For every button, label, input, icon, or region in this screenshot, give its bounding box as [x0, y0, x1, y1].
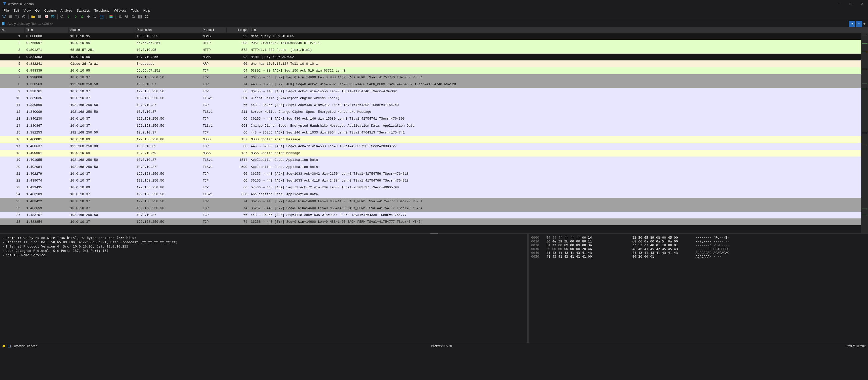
menu-telephony[interactable]: Telephony	[92, 8, 111, 13]
minimize-button[interactable]: ─	[833, 0, 845, 8]
packet-row[interactable]: 15 1.382253192.168.250.5010.0.10.37TCP66…	[0, 129, 868, 136]
col-info[interactable]: Info	[249, 27, 868, 33]
capture-options-icon[interactable]	[21, 14, 26, 19]
tree-node[interactable]: ▸NetBIOS Name Service	[3, 253, 525, 257]
menu-analyze[interactable]: Analyze	[58, 8, 74, 13]
packet-row[interactable]: 11 1.339569192.168.250.5010.0.10.37TCP66…	[0, 102, 868, 108]
packet-row[interactable]: 20 1.402084192.168.250.5010.0.10.37TLSv1…	[0, 164, 868, 170]
svg-rect-15	[145, 15, 146, 17]
zoom-reset-icon[interactable]: 1	[131, 14, 136, 19]
start-capture-icon[interactable]	[2, 14, 7, 19]
packet-row[interactable]: 8 1.338563192.168.250.5010.0.10.37TCP744…	[0, 81, 868, 88]
packet-row[interactable]: 9 1.33876110.0.10.37192.168.250.50TCP663…	[0, 88, 868, 95]
packet-row[interactable]: 28 1.48385410.0.10.37192.168.250.50TCP74…	[0, 218, 868, 225]
packet-row[interactable]: 1 0.00000010.0.10.9510.0.10.255NBNS92Nam…	[0, 33, 868, 40]
go-forward-icon[interactable]	[73, 14, 78, 19]
hex-line[interactable]: 005041 43 41 43 41 41 41 0000 20 00 01AC…	[531, 255, 865, 258]
packet-row[interactable]: 2 0.76509710.0.10.9565.55.57.251HTTP203P…	[0, 40, 868, 46]
svg-rect-3	[39, 15, 40, 16]
open-file-icon[interactable]	[31, 14, 36, 19]
hex-line[interactable]: 003000 00 00 00 00 00 20 4648 46 41 45 4…	[531, 247, 865, 251]
hex-line[interactable]: 001000 4e 39 3b 00 00 80 11d8 06 0a 00 0…	[531, 240, 865, 243]
packet-row[interactable]: 14 1.34086710.0.10.37192.168.250.50TLSv1…	[0, 122, 868, 129]
expert-info-icon[interactable]	[3, 345, 5, 347]
menu-edit[interactable]: Edit	[11, 8, 21, 13]
packet-row[interactable]: 7 1.33800810.0.10.37192.168.250.50TCP743…	[0, 74, 868, 81]
hex-line[interactable]: 0000ff ff ff ff ff ff 00 1422 50 65 89 0…	[531, 235, 865, 240]
menu-statistics[interactable]: Statistics	[74, 8, 92, 13]
col-length[interactable]: Length	[226, 27, 249, 33]
reload-file-icon[interactable]	[50, 14, 55, 19]
packet-row[interactable]: 10 1.33903610.0.10.37192.168.250.50TLSv1…	[0, 95, 868, 102]
go-last-icon[interactable]	[93, 14, 98, 19]
packet-row[interactable]: 5 0.832241Cisco_2d:fa:a1BroadcastARP60Wh…	[0, 60, 868, 67]
go-first-icon[interactable]	[86, 14, 91, 19]
packet-row[interactable]: 26 1.48365910.0.10.37192.168.250.50TCP74…	[0, 205, 868, 212]
auto-scroll-icon[interactable]	[99, 14, 104, 19]
tree-node[interactable]: ▸Internet Protocol Version 4, Src: 10.0.…	[3, 244, 525, 249]
packet-row[interactable]: 17 1.400637192.168.250.8010.0.10.69TCP66…	[0, 143, 868, 150]
go-to-packet-icon[interactable]	[80, 14, 85, 19]
hex-line[interactable]: 00200a ff 00 89 00 89 00 3acc 53 c7 48 0…	[531, 243, 865, 247]
col-protocol[interactable]: Protocol	[201, 27, 226, 33]
packet-details-tree[interactable]: ▸Frame 1: 92 bytes on wire (736 bits), 9…	[0, 234, 527, 343]
packet-row[interactable]: 21 1.40227910.0.10.37192.168.250.50TCP66…	[0, 170, 868, 177]
bookmark-icon[interactable]	[1, 22, 6, 26]
zoom-out-icon[interactable]	[124, 14, 129, 19]
colorize-icon[interactable]	[108, 14, 114, 19]
packet-minimap[interactable]	[861, 33, 868, 232]
packet-row[interactable]: 27 1.483707192.168.250.5010.0.10.37TCP66…	[0, 212, 868, 218]
tree-node[interactable]: ▸Frame 1: 92 bytes on wire (736 bits), 9…	[3, 235, 525, 240]
status-profile[interactable]: Profile: Default	[845, 344, 865, 348]
packet-row[interactable]: 25 1.48342210.0.10.37192.168.250.50TCP74…	[0, 198, 868, 205]
filter-apply-button[interactable]	[849, 21, 855, 27]
packet-row[interactable]: 13 1.34023010.0.10.37192.168.250.50TCP66…	[0, 115, 868, 122]
tree-node[interactable]: ▸Ethernet II, Src: Dell_50:65:89 (00:14:…	[3, 240, 525, 244]
packet-row[interactable]: 3 0.80127165.55.57.25110.0.10.95HTTP572H…	[0, 46, 868, 53]
packet-row[interactable]: 12 1.340009192.168.250.5010.0.10.37TLSv1…	[0, 108, 868, 115]
save-file-icon[interactable]	[37, 14, 42, 19]
packet-bytes-hex[interactable]: 0000ff ff ff ff ff ff 00 1422 50 65 89 0…	[529, 234, 868, 343]
resize-columns-icon[interactable]	[137, 14, 143, 19]
menu-tools[interactable]: Tools	[129, 8, 141, 13]
col-no[interactable]: No.	[0, 27, 25, 33]
packet-row[interactable]: 19 1.401955192.168.250.5010.0.10.37TLSv1…	[0, 157, 868, 163]
find-packet-icon[interactable]	[60, 14, 65, 19]
menu-help[interactable]: Help	[141, 8, 152, 13]
col-source[interactable]: Source	[69, 27, 135, 33]
packet-list-header: No. Time Source Destination Protocol Len…	[0, 27, 868, 33]
window-title: wrccdc2012.pcap	[8, 2, 34, 6]
packet-row[interactable]: 18 1.40066110.0.10.6910.0.10.69NBSS137NB…	[0, 150, 868, 157]
restart-capture-icon[interactable]	[15, 14, 20, 19]
svg-text:1: 1	[132, 15, 133, 17]
zoom-in-icon[interactable]	[118, 14, 123, 19]
svg-rect-9	[110, 17, 113, 18]
packet-row[interactable]: 23 1.43943510.0.10.69192.168.250.80TCP66…	[0, 184, 868, 191]
filter-dropdown-button[interactable]	[856, 21, 862, 27]
menu-file[interactable]: File	[2, 8, 11, 13]
tree-node[interactable]: ▸User Datagram Protocol, Src Port: 137, …	[3, 249, 525, 253]
menu-capture[interactable]: Capture	[42, 8, 58, 13]
layout-icon[interactable]	[144, 14, 149, 19]
svg-point-5	[61, 15, 63, 18]
close-file-icon[interactable]	[44, 14, 49, 19]
maximize-button[interactable]: ▢	[845, 0, 856, 8]
packet-row[interactable]: 22 1.43907410.0.10.37192.168.250.50TCP66…	[0, 177, 868, 184]
menu-go[interactable]: Go	[33, 8, 41, 13]
col-time[interactable]: Time	[25, 27, 69, 33]
go-back-icon[interactable]	[66, 14, 71, 19]
add-filter-button[interactable]: +	[862, 22, 867, 26]
menu-view[interactable]: View	[22, 8, 33, 13]
close-button[interactable]: ✕	[856, 0, 868, 8]
display-filter-input[interactable]	[7, 21, 848, 27]
packet-row[interactable]: 16 1.40008110.0.10.69192.168.250.80NBSS1…	[0, 136, 868, 143]
packet-row[interactable]: 24 1.48310910.0.10.37192.168.250.50TLSv1…	[0, 191, 868, 198]
hex-line[interactable]: 004041 43 41 43 41 43 41 4341 43 41 43 4…	[531, 251, 865, 255]
packet-row[interactable]: 4 0.82435310.0.10.9510.0.10.255NBNS92Nam…	[0, 54, 868, 60]
col-destination[interactable]: Destination	[135, 27, 201, 33]
packet-row[interactable]: 6 0.99833910.0.10.9565.55.57.251TCP54538…	[0, 67, 868, 74]
packet-list[interactable]: 1 0.00000010.0.10.9510.0.10.255NBNS92Nam…	[0, 33, 868, 232]
menu-wireless[interactable]: Wireless	[112, 8, 128, 13]
capture-file-icon	[8, 344, 11, 348]
stop-capture-icon[interactable]	[8, 14, 13, 19]
